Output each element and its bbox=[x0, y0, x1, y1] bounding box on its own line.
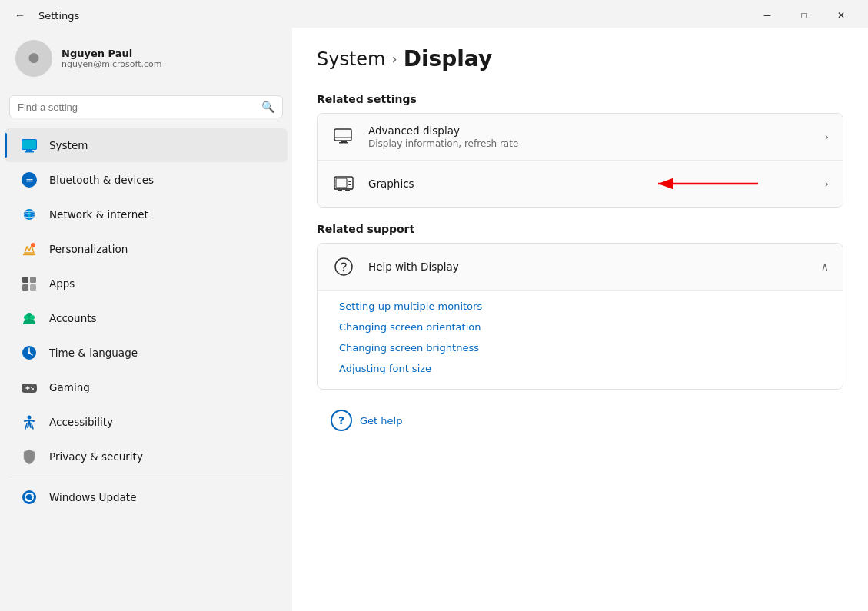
app-container: ⚫ Nguyen Paul nguyen@microsoft.com 🔍 bbox=[0, 28, 868, 611]
svg-rect-36 bbox=[348, 184, 351, 185]
user-name: Nguyen Paul bbox=[62, 48, 161, 59]
sidebar-item-label-privacy: Privacy & security bbox=[49, 450, 143, 463]
close-button[interactable]: ✕ bbox=[823, 4, 859, 27]
search-box[interactable]: 🔍 bbox=[9, 95, 283, 118]
sidebar-item-system[interactable]: System bbox=[5, 128, 288, 162]
sidebar-item-accounts[interactable]: Accounts bbox=[5, 301, 288, 335]
personalization-icon bbox=[20, 240, 38, 258]
app-title: Settings bbox=[38, 10, 79, 22]
privacy-icon bbox=[20, 447, 38, 466]
related-support-section: Related support Help with Display ∧ bbox=[317, 223, 843, 442]
sidebar-item-privacy[interactable]: Privacy & security bbox=[5, 440, 288, 473]
get-help-icon: ? bbox=[331, 410, 352, 431]
related-settings-title: Related settings bbox=[317, 93, 843, 105]
get-help-label: Get help bbox=[360, 415, 402, 427]
link-multiple-monitors[interactable]: Setting up multiple monitors bbox=[339, 298, 821, 314]
sidebar-item-personalization[interactable]: Personalization bbox=[5, 232, 288, 266]
time-icon bbox=[20, 344, 38, 362]
advanced-display-icon bbox=[331, 125, 356, 149]
help-display-chevron: ∧ bbox=[821, 261, 829, 273]
svg-point-26 bbox=[22, 490, 36, 504]
help-with-display-row[interactable]: Help with Display ∧ bbox=[318, 244, 843, 290]
sidebar-item-label-system: System bbox=[49, 139, 88, 151]
svg-rect-9 bbox=[22, 277, 28, 283]
svg-point-25 bbox=[28, 416, 32, 420]
main-content: System › Display Related settings bbox=[292, 28, 868, 611]
svg-rect-12 bbox=[30, 284, 36, 291]
sidebar: ⚫ Nguyen Paul nguyen@microsoft.com 🔍 bbox=[0, 28, 292, 611]
page-title: Display bbox=[404, 46, 492, 71]
breadcrumb-chevron: › bbox=[392, 51, 397, 67]
svg-rect-39 bbox=[345, 190, 350, 191]
gaming-icon bbox=[20, 378, 38, 397]
svg-rect-3 bbox=[22, 140, 36, 149]
sidebar-item-label-time: Time & language bbox=[49, 347, 138, 359]
svg-rect-2 bbox=[25, 151, 34, 153]
svg-point-43 bbox=[343, 270, 344, 271]
update-icon bbox=[20, 488, 38, 506]
svg-point-24 bbox=[32, 388, 34, 390]
user-info: Nguyen Paul nguyen@microsoft.com bbox=[62, 48, 161, 69]
sidebar-item-accessibility[interactable]: Accessibility bbox=[5, 405, 288, 439]
minimize-button[interactable]: ─ bbox=[750, 4, 785, 27]
svg-point-14 bbox=[24, 315, 28, 320]
page-header: System › Display bbox=[317, 46, 843, 71]
sidebar-item-time[interactable]: Time & language bbox=[5, 336, 288, 370]
sidebar-item-label-accounts: Accounts bbox=[49, 312, 97, 324]
back-button[interactable]: ← bbox=[9, 5, 31, 26]
graphics-title: Graphics bbox=[368, 178, 812, 190]
bluetooth-icon: ⎓ bbox=[20, 171, 38, 189]
sidebar-item-label-update: Windows Update bbox=[49, 491, 136, 503]
system-icon bbox=[20, 136, 38, 154]
apps-icon bbox=[20, 274, 38, 293]
svg-rect-29 bbox=[334, 129, 351, 141]
search-input[interactable] bbox=[18, 101, 255, 113]
svg-rect-31 bbox=[339, 142, 348, 144]
user-profile[interactable]: ⚫ Nguyen Paul nguyen@microsoft.com bbox=[0, 28, 292, 89]
svg-rect-10 bbox=[30, 277, 36, 283]
svg-rect-1 bbox=[26, 150, 32, 151]
sidebar-item-label-bluetooth: Bluetooth & devices bbox=[49, 174, 154, 186]
avatar: ⚫ bbox=[15, 40, 52, 77]
link-screen-orientation[interactable]: Changing screen orientation bbox=[339, 319, 821, 335]
sidebar-nav: System ⎓ Bluetooth & devices bbox=[0, 128, 292, 515]
sidebar-item-gaming[interactable]: Gaming bbox=[5, 370, 288, 404]
sidebar-item-bluetooth[interactable]: ⎓ Bluetooth & devices bbox=[5, 163, 288, 197]
advanced-display-text: Advanced display Display information, re… bbox=[368, 125, 812, 149]
support-card: Help with Display ∧ Setting up multiple … bbox=[317, 243, 843, 390]
sidebar-divider bbox=[9, 477, 283, 477]
svg-rect-11 bbox=[22, 284, 28, 291]
sidebar-item-label-gaming: Gaming bbox=[49, 381, 90, 393]
help-display-icon bbox=[331, 254, 356, 279]
svg-point-42 bbox=[335, 258, 352, 275]
sidebar-item-label-accessibility: Accessibility bbox=[49, 416, 113, 428]
get-help-row[interactable]: ? Get help bbox=[317, 399, 843, 442]
graphics-icon bbox=[331, 171, 356, 196]
svg-point-15 bbox=[30, 315, 35, 320]
link-screen-brightness[interactable]: Changing screen brightness bbox=[339, 340, 821, 356]
network-icon bbox=[20, 205, 38, 224]
svg-point-23 bbox=[31, 387, 32, 388]
user-email: nguyen@microsoft.com bbox=[62, 59, 161, 69]
advanced-display-chevron: › bbox=[824, 131, 829, 143]
svg-point-19 bbox=[28, 352, 31, 354]
svg-rect-38 bbox=[338, 190, 342, 191]
sidebar-item-update[interactable]: Windows Update bbox=[5, 480, 288, 514]
sidebar-item-label-apps: Apps bbox=[49, 277, 75, 290]
title-bar: ← Settings ─ □ ✕ bbox=[0, 0, 868, 28]
user-icon: ⚫ bbox=[25, 46, 42, 71]
maximize-button[interactable]: □ bbox=[787, 4, 822, 27]
sidebar-item-network[interactable]: Network & internet bbox=[5, 198, 288, 231]
sidebar-item-label-network: Network & internet bbox=[49, 208, 148, 221]
sidebar-item-apps[interactable]: Apps bbox=[5, 267, 288, 301]
advanced-display-row[interactable]: Advanced display Display information, re… bbox=[318, 114, 843, 160]
graphics-row[interactable]: Graphics › bbox=[318, 160, 843, 207]
related-support-title: Related support bbox=[317, 223, 843, 235]
support-links: Setting up multiple monitors Changing sc… bbox=[318, 290, 843, 389]
advanced-display-subtitle: Display information, refresh rate bbox=[368, 138, 812, 149]
related-settings-card: Advanced display Display information, re… bbox=[317, 113, 843, 208]
link-font-size[interactable]: Adjusting font size bbox=[339, 360, 821, 377]
svg-rect-30 bbox=[341, 141, 347, 142]
help-display-title: Help with Display bbox=[368, 261, 809, 273]
accessibility-icon bbox=[20, 413, 38, 431]
